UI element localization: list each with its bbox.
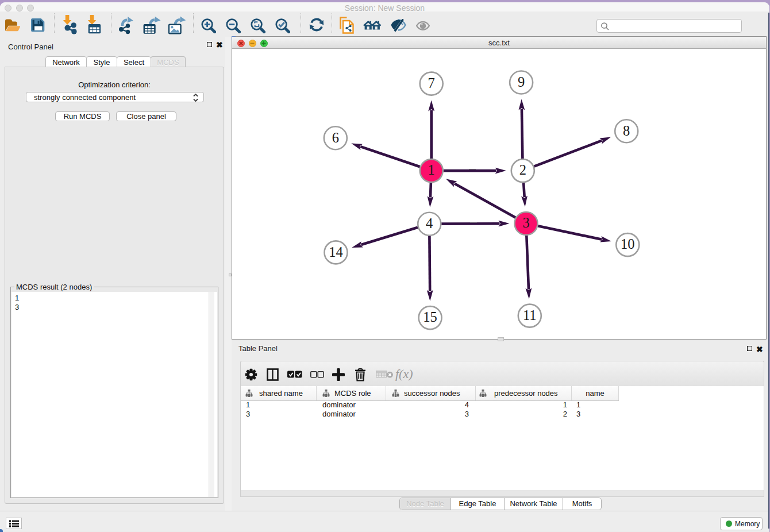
svg-text:8: 8: [623, 123, 630, 138]
svg-text:9: 9: [518, 74, 525, 90]
svg-text:11: 11: [523, 307, 537, 323]
svg-text:1: 1: [428, 162, 435, 178]
svg-text:3: 3: [522, 215, 529, 230]
svg-text:10: 10: [621, 236, 635, 252]
svg-text:6: 6: [332, 130, 339, 145]
svg-text:4: 4: [426, 215, 433, 231]
svg-text:14: 14: [329, 244, 343, 260]
svg-text:15: 15: [423, 309, 437, 325]
svg-text:7: 7: [428, 75, 435, 91]
svg-text:2: 2: [519, 162, 526, 178]
